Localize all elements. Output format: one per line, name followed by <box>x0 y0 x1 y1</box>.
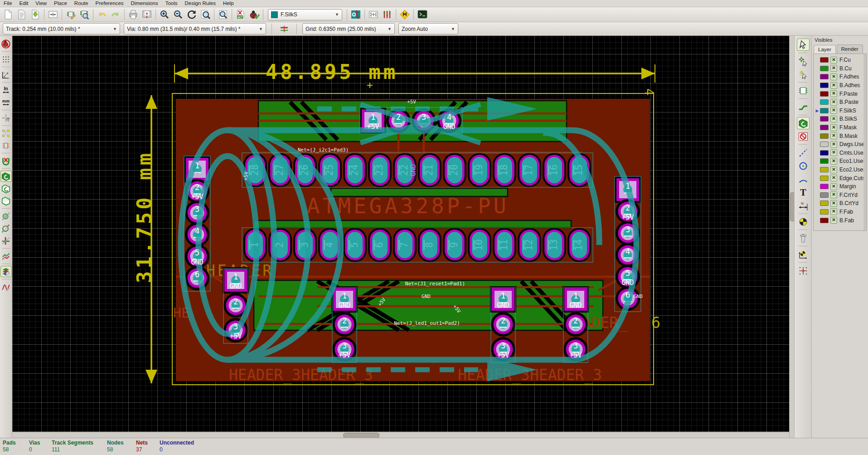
menu-route[interactable]: Route <box>71 0 92 7</box>
layer-color-swatch[interactable] <box>820 176 829 181</box>
layer-color-swatch[interactable] <box>820 150 829 156</box>
grid-origin-button[interactable] <box>797 264 810 277</box>
add-text-button[interactable]: T <box>797 186 810 198</box>
graphic-arc-button[interactable] <box>797 173 810 185</box>
layer-color-swatch[interactable] <box>820 201 829 206</box>
vias-sketch-button[interactable] <box>0 223 12 234</box>
layer-color-swatch[interactable] <box>820 218 829 223</box>
add-keepout-button[interactable] <box>797 130 810 142</box>
via-mode-button[interactable] <box>349 8 362 21</box>
layer-visibility-checkbox[interactable]: ✕ <box>830 124 837 131</box>
layer-visibility-checkbox[interactable]: ✕ <box>830 107 837 114</box>
graphic-circle-button[interactable] <box>797 160 810 172</box>
menu-place[interactable]: Place <box>50 0 71 7</box>
layer-visibility-checkbox[interactable]: ✕ <box>830 73 837 80</box>
horizontal-scrollbar[interactable] <box>12 432 789 438</box>
menu-dimensions[interactable]: Dimensions <box>127 0 162 7</box>
print-button[interactable] <box>127 8 140 21</box>
layer-color-swatch[interactable] <box>820 91 829 97</box>
drc-off-button[interactable] <box>0 38 12 49</box>
layer-color-swatch[interactable] <box>820 108 829 113</box>
layer-visibility-checkbox[interactable]: ✕ <box>830 132 837 139</box>
layer-visibility-checkbox[interactable]: ✕ <box>830 149 837 156</box>
redo-button[interactable] <box>109 8 122 21</box>
layer-color-swatch[interactable] <box>820 116 829 122</box>
layer-row-f-fab[interactable]: ✕F.Fab <box>815 208 866 216</box>
tab-render[interactable]: Render <box>837 44 863 54</box>
find-button[interactable] <box>217 8 229 21</box>
add-dimension-button[interactable]: N <box>797 199 810 211</box>
layer-row-dwgs-user[interactable]: ✕Dwgs.User <box>815 140 866 149</box>
layer-color-swatch[interactable] <box>820 83 829 88</box>
add-footprint-button[interactable] <box>797 84 810 97</box>
track-grid-button[interactable] <box>381 8 393 21</box>
layer-color-swatch[interactable] <box>820 184 829 189</box>
layer-visibility-checkbox[interactable]: ✕ <box>830 65 837 72</box>
graphic-line-button[interactable] <box>797 147 810 159</box>
tracks-sketch-button[interactable] <box>0 235 12 246</box>
zones-cutout-button[interactable] <box>0 195 12 206</box>
layer-row-b-crtyd[interactable]: ✕B.CrtYd <box>815 199 866 208</box>
delete-tool-button[interactable] <box>797 232 810 244</box>
layer-visibility-checkbox[interactable]: ✕ <box>830 57 837 64</box>
menu-edit[interactable]: Edit <box>16 0 32 7</box>
add-target-button[interactable] <box>797 215 810 228</box>
select-tool-button[interactable] <box>797 39 810 51</box>
freeroute-button[interactable] <box>398 8 411 21</box>
menu-tools[interactable]: Tools <box>162 0 181 7</box>
layer-row-f-adhes[interactable]: ✕F.Adhes <box>815 73 866 81</box>
auto-track-width-button[interactable] <box>278 23 291 35</box>
layer-row-f-silks[interactable]: ▶✕F.SilkS <box>815 107 866 115</box>
microwave-tools-button[interactable] <box>0 281 12 293</box>
layer-row-eco1-user[interactable]: ✕Eco1.User <box>815 157 866 166</box>
zoom-fit-button[interactable] <box>199 8 212 21</box>
pads-sketch-button[interactable] <box>0 210 12 222</box>
polar-coords-button[interactable]: r <box>0 69 12 80</box>
layer-visibility-checkbox[interactable]: ✕ <box>830 158 837 165</box>
zoom-selector[interactable]: Zoom Auto▼ <box>398 23 458 34</box>
track-width-selector[interactable]: Track: 0.254 mm (10.00 mils) *▼ <box>3 23 120 34</box>
layer-visibility-checkbox[interactable]: ✕ <box>830 141 837 148</box>
footprint-lib-button[interactable] <box>78 8 91 21</box>
layer-color-swatch[interactable] <box>820 57 829 63</box>
mod-ratsnest-button[interactable] <box>0 140 12 151</box>
layer-selector[interactable]: F.SilkS▼ <box>268 9 342 20</box>
layer-color-swatch[interactable] <box>820 125 829 130</box>
menu-file[interactable]: File <box>0 0 16 7</box>
place-origin-button[interactable] <box>797 248 810 260</box>
layer-row-b-cu[interactable]: ✕B.Cu <box>815 64 866 73</box>
ratsnest-button[interactable] <box>0 127 12 139</box>
save-board-button[interactable] <box>29 8 42 21</box>
footprint-edit-button[interactable] <box>64 8 77 21</box>
layer-row-b-mask[interactable]: ✕B.Mask <box>815 132 866 140</box>
units-inch-button[interactable]: In <box>0 84 12 96</box>
layer-color-swatch[interactable] <box>820 99 829 105</box>
layer-row-cmts-user[interactable]: ✕Cmts.User <box>815 149 866 157</box>
menu-view[interactable]: View <box>32 0 50 7</box>
layer-visibility-checkbox[interactable]: ✕ <box>830 175 837 181</box>
layers-manager-button[interactable] <box>0 266 12 277</box>
undo-button[interactable] <box>96 8 108 21</box>
netlist-button[interactable]: NET <box>234 8 247 21</box>
layer-visibility-checkbox[interactable]: ✕ <box>830 90 837 97</box>
via-size-selector[interactable]: Via: 0.80 mm (31.5 mils)/ 0.40 mm (15.7 … <box>124 23 266 34</box>
layer-row-margin[interactable]: ✕Margin <box>815 182 866 191</box>
high-contrast-button[interactable] <box>0 250 12 262</box>
zones-outline-button[interactable] <box>0 183 12 194</box>
layer-color-swatch[interactable] <box>820 74 829 79</box>
layer-visibility-checkbox[interactable]: ✕ <box>830 82 837 89</box>
layer-color-swatch[interactable] <box>820 158 829 164</box>
layer-visibility-checkbox[interactable]: ✕ <box>830 200 837 207</box>
sheet-settings-button[interactable] <box>47 8 59 21</box>
grid-selector[interactable]: Grid: 0.6350 mm (25.00 mils)▼ <box>302 23 395 34</box>
menu-preferences[interactable]: Preferences <box>92 0 127 7</box>
vertical-scrollbar[interactable] <box>789 36 794 438</box>
add-zone-button[interactable] <box>797 117 810 129</box>
layer-row-f-mask[interactable]: ✕F.Mask <box>815 123 866 132</box>
mod-grid-button[interactable] <box>367 8 380 21</box>
layer-row-f-cu[interactable]: ✕F.Cu <box>815 56 866 64</box>
layer-row-eco2-user[interactable]: ✕Eco2.User <box>815 166 866 174</box>
menu-design-rules[interactable]: Design Rules <box>181 0 219 7</box>
layer-color-swatch[interactable] <box>820 142 829 147</box>
layer-color-swatch[interactable] <box>820 192 829 198</box>
